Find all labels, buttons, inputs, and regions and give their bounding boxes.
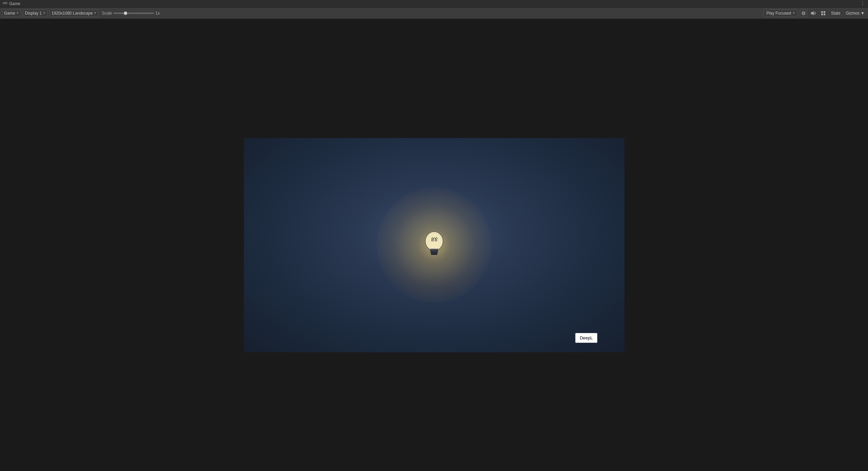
scale-label: Scale xyxy=(102,11,112,16)
light-bulb xyxy=(421,229,448,260)
game-window-icon xyxy=(3,1,7,6)
svg-rect-23 xyxy=(430,251,438,252)
svg-line-10 xyxy=(805,12,805,12)
layers-button[interactable] xyxy=(819,9,827,17)
gizmos-label: Gizmos xyxy=(846,11,860,16)
gizmos-chevron: ▼ xyxy=(861,11,865,16)
layers-icon xyxy=(821,11,826,16)
game-dropdown-chevron: ▼ xyxy=(16,12,19,15)
play-focused-button[interactable]: Play Focused ▼ xyxy=(764,9,798,17)
svg-line-9 xyxy=(805,14,805,15)
stats-button[interactable]: Stats xyxy=(830,10,842,16)
play-focused-label: Play Focused xyxy=(766,11,791,16)
scale-value: 1x xyxy=(155,11,160,16)
resolution-dropdown-chevron: ▼ xyxy=(94,12,96,15)
play-focused-chevron: ▼ xyxy=(792,12,795,15)
game-scene: DeepL xyxy=(244,138,624,352)
svg-rect-25 xyxy=(431,253,437,255)
toolbar-right-controls: Stats Gizmos ▼ xyxy=(809,9,866,17)
settings-icon-button[interactable] xyxy=(800,9,807,17)
window-more-options[interactable]: ⋮ xyxy=(860,0,865,7)
game-dropdown-label: Game xyxy=(4,11,15,16)
resolution-dropdown[interactable]: 1920x1080 Landscape ▼ xyxy=(50,9,98,17)
gizmos-dropdown[interactable]: Gizmos ▼ xyxy=(844,10,866,16)
game-dropdown[interactable]: Game ▼ xyxy=(2,9,21,17)
display-dropdown-chevron: ▼ xyxy=(43,12,45,15)
resolution-dropdown-label: 1920x1080 Landscape xyxy=(52,11,93,16)
display-dropdown-label: Display 1 xyxy=(25,11,42,16)
svg-rect-1 xyxy=(5,2,7,4)
svg-rect-0 xyxy=(3,2,5,4)
settings-icon xyxy=(801,11,806,16)
svg-point-21 xyxy=(436,239,437,240)
svg-line-11 xyxy=(802,14,803,15)
svg-marker-12 xyxy=(811,11,814,15)
svg-point-17 xyxy=(425,232,443,251)
svg-point-19 xyxy=(432,239,433,240)
window-title: Game xyxy=(9,1,20,6)
svg-rect-16 xyxy=(824,14,825,15)
svg-rect-14 xyxy=(824,11,825,13)
svg-rect-15 xyxy=(821,14,823,15)
game-toolbar: Game ▼ Display 1 ▼ 1920x1080 Landscape ▼… xyxy=(0,7,868,19)
svg-point-3 xyxy=(803,12,805,14)
title-bar: Game ⋮ xyxy=(0,0,868,7)
display-dropdown[interactable]: Display 1 ▼ xyxy=(23,9,47,17)
svg-rect-24 xyxy=(431,252,438,253)
scale-slider[interactable] xyxy=(113,13,154,14)
bulb-svg xyxy=(421,229,448,261)
deepl-button[interactable]: DeepL xyxy=(575,333,597,343)
audio-button[interactable] xyxy=(809,9,817,17)
scale-knob[interactable] xyxy=(124,12,127,15)
svg-rect-13 xyxy=(821,11,823,13)
audio-icon xyxy=(810,11,816,16)
scale-container: Scale 1x xyxy=(102,11,160,16)
svg-rect-22 xyxy=(430,249,438,251)
svg-line-8 xyxy=(802,12,803,12)
game-viewport[interactable]: DeepL xyxy=(244,138,624,352)
main-content: DeepL xyxy=(0,19,868,471)
